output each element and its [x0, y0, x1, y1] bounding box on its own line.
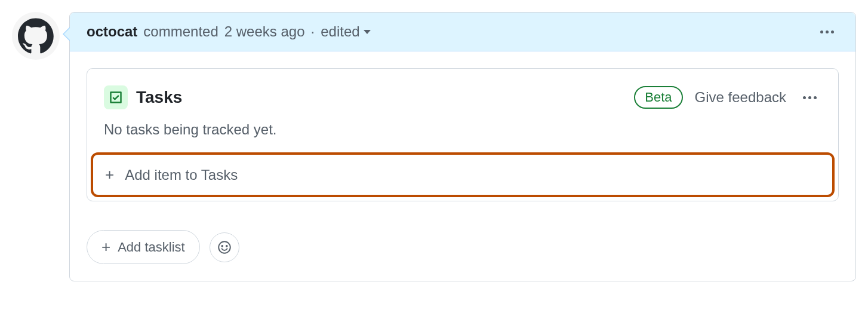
caret-down-icon	[364, 30, 371, 34]
kebab-dot-icon	[808, 96, 811, 99]
comment-header: octocat commented 2 weeks ago · edited	[70, 13, 855, 51]
add-item-button[interactable]: + Add item to Tasks	[91, 152, 835, 197]
comment-body: Tasks Beta Give feedback No tasks being …	[70, 51, 855, 281]
plus-icon: +	[105, 166, 114, 184]
edited-label: edited	[321, 23, 359, 40]
comment-footer-actions: + Add tasklist	[87, 230, 839, 264]
plus-icon: +	[101, 238, 110, 256]
add-tasklist-label: Add tasklist	[118, 240, 185, 255]
edited-dropdown[interactable]: edited	[321, 23, 370, 40]
tasklist-icon	[104, 85, 128, 109]
author-avatar[interactable]	[12, 12, 60, 60]
kebab-dot-icon	[814, 96, 817, 99]
comment-box: octocat commented 2 weeks ago · edited	[69, 12, 856, 281]
comment-header-meta: octocat commented 2 weeks ago · edited	[87, 23, 371, 40]
kebab-dot-icon	[831, 30, 834, 33]
tasks-panel: Tasks Beta Give feedback No tasks being …	[87, 68, 839, 201]
octocat-icon	[18, 18, 54, 54]
svg-point-2	[226, 245, 227, 246]
author-name[interactable]: octocat	[87, 23, 137, 40]
kebab-dot-icon	[826, 30, 829, 33]
separator-dot: ·	[311, 23, 315, 40]
comment-timestamp[interactable]: 2 weeks ago	[224, 23, 305, 40]
tasks-title: Tasks	[136, 88, 182, 107]
add-item-label: Add item to Tasks	[125, 167, 238, 183]
kebab-dot-icon	[803, 96, 806, 99]
tasks-header-actions: Beta Give feedback	[634, 86, 821, 109]
svg-point-0	[218, 241, 230, 253]
tasks-header: Tasks Beta Give feedback	[87, 85, 838, 109]
feedback-link[interactable]: Give feedback	[695, 89, 786, 106]
kebab-dot-icon	[820, 30, 823, 33]
tasks-title-group: Tasks	[104, 85, 182, 109]
tasks-actions-menu[interactable]	[798, 91, 821, 104]
smiley-icon	[217, 240, 232, 255]
comment-actions-menu[interactable]	[815, 26, 839, 38]
svg-point-1	[221, 245, 223, 246]
comment-action-text: commented	[143, 23, 218, 40]
beta-badge: Beta	[634, 86, 682, 109]
comment-container: octocat commented 2 weeks ago · edited	[12, 12, 856, 281]
add-reaction-button[interactable]	[210, 232, 239, 262]
tasks-empty-message: No tasks being tracked yet.	[87, 121, 838, 138]
add-tasklist-button[interactable]: + Add tasklist	[87, 230, 200, 264]
